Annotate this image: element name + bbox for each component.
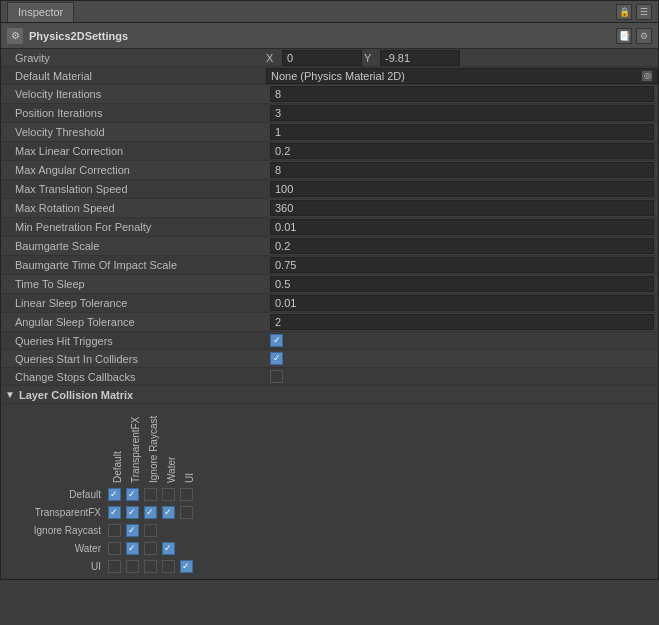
- col-header-ignore-raycast: Ignore Raycast: [141, 408, 159, 483]
- cell-checkbox[interactable]: ✓: [144, 506, 157, 519]
- layer-matrix-header[interactable]: ▼ Layer Collision Matrix: [1, 386, 658, 404]
- cell-checkbox-unchecked[interactable]: [108, 542, 121, 555]
- cell-checkbox-unchecked[interactable]: [126, 560, 139, 573]
- cell-checkbox-unchecked[interactable]: [144, 488, 157, 501]
- angular-sleep-row: Angular Sleep Tolerance: [1, 313, 658, 332]
- cell-checkbox[interactable]: ✓: [126, 488, 139, 501]
- matrix-cell-tfx-tfx[interactable]: ✓: [123, 506, 141, 519]
- matrix-row-ui: UI ✓: [5, 557, 654, 575]
- max-translation-speed-row: Max Translation Speed: [1, 180, 658, 199]
- gear-icon[interactable]: ⚙: [636, 28, 652, 44]
- matrix-cell-water-tfx[interactable]: ✓: [123, 542, 141, 555]
- cell-checkbox[interactable]: ✓: [126, 524, 139, 537]
- time-to-sleep-label: Time To Sleep: [1, 277, 266, 291]
- matrix-cell-tfx-water[interactable]: ✓: [159, 506, 177, 519]
- velocity-iterations-label: Velocity Iterations: [1, 87, 266, 101]
- baumgarte-scale-value: [266, 237, 658, 255]
- time-to-sleep-input[interactable]: [270, 276, 654, 292]
- linear-sleep-label: Linear Sleep Tolerance: [1, 296, 266, 310]
- queries-start-in-colliders-checkbox[interactable]: ✓: [270, 352, 283, 365]
- matrix-cell-ir-default[interactable]: [105, 524, 123, 537]
- baumgarte-scale-input[interactable]: [270, 238, 654, 254]
- baumgarte-toi-input[interactable]: [270, 257, 654, 273]
- position-iterations-input[interactable]: [270, 105, 654, 121]
- cell-checkbox[interactable]: ✓: [162, 506, 175, 519]
- gravity-y-coord: Y: [364, 50, 460, 66]
- matrix-row-transparentfx: TransparentFX ✓ ✓ ✓ ✓: [5, 503, 654, 521]
- matrix-cell-ui-ir[interactable]: [141, 560, 159, 573]
- change-stops-callbacks-checkbox[interactable]: [270, 370, 283, 383]
- max-translation-speed-input[interactable]: [270, 181, 654, 197]
- matrix-cell-default-default[interactable]: ✓: [105, 488, 123, 501]
- cell-checkbox[interactable]: ✓: [126, 506, 139, 519]
- menu-icon[interactable]: ☰: [636, 4, 652, 20]
- matrix-cell-default-ui[interactable]: [177, 488, 195, 501]
- matrix-cell-tfx-default[interactable]: ✓: [105, 506, 123, 519]
- lock-icon[interactable]: 🔒: [616, 4, 632, 20]
- cell-checkbox-unchecked[interactable]: [144, 524, 157, 537]
- cell-checkbox[interactable]: ✓: [108, 506, 121, 519]
- cell-checkbox-unchecked[interactable]: [144, 542, 157, 555]
- matrix-cell-ui-water[interactable]: [159, 560, 177, 573]
- matrix-row-label-default: Default: [5, 489, 105, 500]
- component-title: Physics2DSettings: [29, 30, 128, 42]
- cell-checkbox-unchecked[interactable]: [180, 506, 193, 519]
- layer-collision-matrix: Default TransparentFX Ignore Raycast Wat…: [1, 404, 658, 579]
- matrix-cell-water-water[interactable]: ✓: [159, 542, 177, 555]
- time-to-sleep-row: Time To Sleep: [1, 275, 658, 294]
- min-penetration-value: [266, 218, 658, 236]
- change-stops-callbacks-row: Change Stops Callbacks: [1, 368, 658, 386]
- max-rotation-speed-value: [266, 199, 658, 217]
- velocity-threshold-input[interactable]: [270, 124, 654, 140]
- queries-start-in-colliders-label: Queries Start In Colliders: [1, 352, 266, 366]
- cell-checkbox[interactable]: ✓: [162, 542, 175, 555]
- matrix-cell-ui-default[interactable]: [105, 560, 123, 573]
- matrix-cell-default-water[interactable]: [159, 488, 177, 501]
- cell-checkbox-unchecked[interactable]: [180, 488, 193, 501]
- gravity-x-input[interactable]: [282, 50, 362, 66]
- cell-checkbox-unchecked[interactable]: [108, 524, 121, 537]
- col-header-water: Water: [159, 408, 177, 483]
- cell-checkbox[interactable]: ✓: [180, 560, 193, 573]
- max-angular-correction-row: Max Angular Correction: [1, 161, 658, 180]
- position-iterations-row: Position Iterations: [1, 104, 658, 123]
- cell-checkbox[interactable]: ✓: [108, 488, 121, 501]
- velocity-iterations-row: Velocity Iterations: [1, 85, 658, 104]
- matrix-cell-default-ir[interactable]: [141, 488, 159, 501]
- linear-sleep-row: Linear Sleep Tolerance: [1, 294, 658, 313]
- matrix-cell-tfx-ir[interactable]: ✓: [141, 506, 159, 519]
- velocity-threshold-value: [266, 123, 658, 141]
- matrix-cell-water-ir[interactable]: [141, 542, 159, 555]
- matrix-cell-ir-tfx[interactable]: ✓: [123, 524, 141, 537]
- max-linear-correction-input[interactable]: [270, 143, 654, 159]
- matrix-cell-default-tfx[interactable]: ✓: [123, 488, 141, 501]
- gravity-row: Gravity X Y: [1, 49, 658, 67]
- gravity-y-input[interactable]: [380, 50, 460, 66]
- min-penetration-input[interactable]: [270, 219, 654, 235]
- matrix-cell-ir-ir[interactable]: [141, 524, 159, 537]
- cell-checkbox-unchecked[interactable]: [162, 560, 175, 573]
- queries-hit-triggers-checkbox[interactable]: ✓: [270, 334, 283, 347]
- title-bar-icons: 🔒 ☰: [616, 4, 652, 20]
- velocity-iterations-input[interactable]: [270, 86, 654, 102]
- cell-checkbox[interactable]: ✓: [126, 542, 139, 555]
- cell-checkbox-unchecked[interactable]: [108, 560, 121, 573]
- velocity-threshold-row: Velocity Threshold: [1, 123, 658, 142]
- matrix-cell-ui-tfx[interactable]: [123, 560, 141, 573]
- max-angular-correction-input[interactable]: [270, 162, 654, 178]
- matrix-row-label-ui: UI: [5, 561, 105, 572]
- cell-checkbox-unchecked[interactable]: [144, 560, 157, 573]
- col-header-default: Default: [105, 408, 123, 483]
- linear-sleep-input[interactable]: [270, 295, 654, 311]
- matrix-cell-tfx-ui[interactable]: [177, 506, 195, 519]
- angular-sleep-input[interactable]: [270, 314, 654, 330]
- col-header-transparentfx: TransparentFX: [123, 408, 141, 483]
- max-rotation-speed-input[interactable]: [270, 200, 654, 216]
- material-picker-btn[interactable]: ◎: [641, 70, 653, 82]
- matrix-cell-water-default[interactable]: [105, 542, 123, 555]
- matrix-cell-ui-ui[interactable]: ✓: [177, 560, 195, 573]
- inspector-tab[interactable]: Inspector: [7, 2, 74, 22]
- bookmark-icon[interactable]: 📑: [616, 28, 632, 44]
- cell-checkbox-unchecked[interactable]: [162, 488, 175, 501]
- triangle-icon: ▼: [5, 389, 15, 400]
